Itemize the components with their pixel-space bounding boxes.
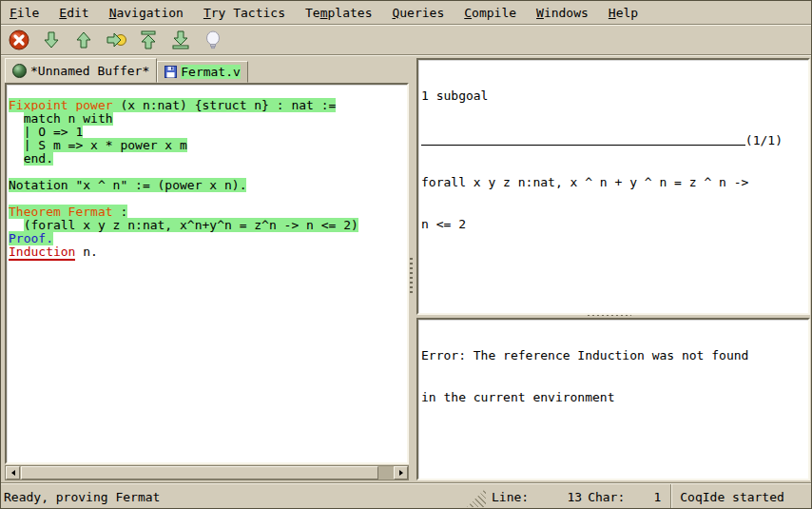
triangle-right-icon bbox=[397, 469, 405, 477]
char-value: 1 bbox=[625, 490, 661, 504]
menu-label-post: indows bbox=[544, 6, 589, 20]
code-line: | S m => x * power x m bbox=[9, 139, 405, 152]
code-segment: match n with bbox=[24, 111, 113, 126]
script-pane: *Unnamed Buffer* Fermat.v Fixpoint power… bbox=[5, 58, 409, 480]
tab-fermat-v[interactable]: Fermat.v bbox=[157, 61, 248, 83]
coqide-window: File Edit Navigation Try Tactics Templat… bbox=[0, 0, 812, 509]
go-down-icon bbox=[40, 29, 63, 51]
menu-mnemonic: T bbox=[203, 6, 211, 20]
scroll-right-button[interactable] bbox=[394, 466, 408, 480]
code-segment: (x n:nat) {struct n} : nat := bbox=[113, 98, 337, 112]
code-line: (forall x y z n:nat, x^n+y^n = z^n -> n … bbox=[9, 219, 405, 232]
menu-label-post: avigation bbox=[116, 6, 183, 20]
code-segment: Induction bbox=[9, 245, 75, 261]
status-text: Ready, proving Fermat bbox=[1, 490, 467, 504]
menu-bar: File Edit Navigation Try Tactics Templat… bbox=[1, 1, 811, 25]
message-view[interactable]: Error: The reference Induction was not f… bbox=[416, 318, 810, 480]
error-line: Error: The reference Induction was not f… bbox=[421, 349, 805, 362]
code-segment bbox=[9, 151, 24, 166]
line-label: Line: bbox=[492, 490, 529, 504]
menu-mnemonic: m bbox=[320, 6, 328, 20]
menu-label-post: dit bbox=[67, 6, 88, 20]
menu-file[interactable]: File bbox=[10, 6, 39, 20]
menu-compile[interactable]: Compile bbox=[464, 6, 516, 20]
code-segment: (forall x y z n:nat, x^n+y^n = z^n -> n … bbox=[24, 218, 358, 232]
menu-mnemonic: W bbox=[536, 6, 544, 20]
code-segment bbox=[9, 218, 24, 232]
menu-templates[interactable]: Templates bbox=[305, 6, 372, 20]
separator-line bbox=[421, 145, 745, 146]
tab-label: Fermat.v bbox=[181, 65, 241, 79]
code-line: end. bbox=[9, 152, 405, 166]
code-segment bbox=[9, 125, 24, 139]
buffer-status-sphere-icon bbox=[12, 64, 27, 78]
line-value: 13 bbox=[529, 490, 582, 504]
code-line: Proof. bbox=[9, 232, 405, 245]
menu-mnemonic: F bbox=[10, 6, 17, 20]
subgoal-header: 1 subgoal bbox=[421, 89, 805, 103]
restart-icon bbox=[137, 29, 160, 51]
restart-button[interactable] bbox=[135, 28, 161, 52]
code-segment: Theorem Fermat bbox=[9, 205, 113, 219]
menu-mnemonic: E bbox=[59, 6, 67, 20]
menu-label-post: ile bbox=[17, 6, 39, 20]
code-segment bbox=[9, 111, 24, 126]
vertical-splitter-grip[interactable] bbox=[410, 258, 413, 296]
menu-label-post: ueries bbox=[399, 6, 444, 20]
lightbulb-button[interactable] bbox=[200, 28, 225, 52]
error-line: in the current environment bbox=[421, 391, 805, 404]
menu-label-post: ompile bbox=[472, 6, 516, 20]
stop-icon bbox=[8, 29, 30, 51]
horizontal-scrollbar[interactable] bbox=[5, 465, 409, 480]
stop-button[interactable] bbox=[6, 28, 31, 52]
code-line: Theorem Fermat : bbox=[9, 206, 405, 219]
pane-resize-grip[interactable] bbox=[467, 488, 486, 507]
code-line bbox=[9, 86, 405, 99]
code-segment: Notation "x ^ n" := (power x n). bbox=[9, 178, 246, 192]
code-line: match n with bbox=[9, 112, 405, 126]
menu-label-post: ry Tactics bbox=[211, 6, 285, 20]
go-down-button[interactable] bbox=[38, 28, 64, 52]
toolbar bbox=[1, 26, 811, 55]
go-up-icon bbox=[72, 29, 95, 51]
go-to-cursor-button[interactable] bbox=[103, 28, 128, 52]
go-up-button[interactable] bbox=[70, 28, 96, 52]
code-segment: end. bbox=[24, 151, 53, 166]
script-editor[interactable]: Fixpoint power (x n:nat) {struct n} : na… bbox=[5, 83, 409, 464]
code-line bbox=[9, 192, 405, 206]
code-line: Fixpoint power (x n:nat) {struct n} : na… bbox=[9, 99, 405, 112]
code-line: | O => 1 bbox=[9, 126, 405, 139]
menu-windows[interactable]: Windows bbox=[536, 6, 589, 20]
menu-label-pre: Te bbox=[305, 6, 320, 20]
tab-label: *Unnamed Buffer* bbox=[30, 64, 149, 78]
menu-edit[interactable]: Edit bbox=[59, 6, 88, 20]
code-line bbox=[9, 166, 405, 179]
code-segment: : bbox=[113, 205, 128, 219]
menu-queries[interactable]: Queries bbox=[392, 6, 444, 20]
scrollbar-thumb[interactable] bbox=[21, 466, 378, 480]
menu-help[interactable]: Help bbox=[609, 6, 638, 20]
status-bar: Ready, proving Fermat Line: 13 Char: 1 C… bbox=[1, 483, 811, 509]
code-segment: Proof. bbox=[9, 231, 53, 245]
tab-unnamed-buffer[interactable]: *Unnamed Buffer* bbox=[5, 58, 157, 83]
menu-try-tactics[interactable]: Try Tactics bbox=[203, 6, 285, 20]
goal-separator: (1/1) bbox=[421, 131, 805, 147]
char-label: Char: bbox=[588, 490, 625, 504]
goal-counter: (1/1) bbox=[745, 134, 783, 147]
triangle-left-icon bbox=[10, 469, 17, 477]
floppy-disk-icon bbox=[164, 66, 177, 78]
go-to-end-button[interactable] bbox=[167, 28, 193, 52]
menu-label-post: plates bbox=[328, 6, 373, 20]
goal-line: forall x y z n:nat, x ^ n + y ^ n = z ^ … bbox=[421, 176, 805, 189]
go-to-end-icon bbox=[169, 29, 192, 51]
menu-mnemonic: C bbox=[464, 6, 472, 20]
lightbulb-icon bbox=[202, 29, 224, 51]
code-segment: | O => 1 bbox=[24, 125, 84, 139]
goal-view[interactable]: 1 subgoal (1/1) forall x y z n:nat, x ^ … bbox=[416, 58, 810, 315]
buffer-tabs: *Unnamed Buffer* Fermat.v bbox=[5, 58, 409, 83]
go-to-cursor-icon bbox=[105, 29, 127, 51]
scroll-left-button[interactable] bbox=[6, 466, 20, 480]
code-segment bbox=[9, 138, 24, 152]
menu-navigation[interactable]: Navigation bbox=[109, 6, 184, 20]
goal-line: n <= 2 bbox=[421, 218, 805, 231]
